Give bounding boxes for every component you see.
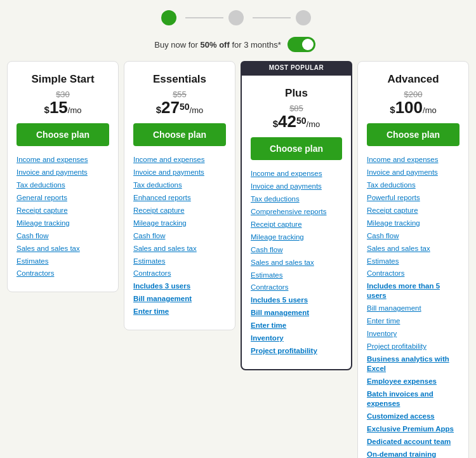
feature-item[interactable]: Invoice and payments (17, 168, 109, 177)
feature-item[interactable]: Powerful reports (367, 193, 459, 203)
features-list-advanced: Income and expensesInvoice and paymentsT… (367, 155, 459, 458)
feature-item[interactable]: Mileage tracking (17, 219, 109, 228)
feature-item[interactable]: Cash flow (17, 231, 109, 241)
feature-item[interactable]: Estimates (251, 271, 342, 280)
feature-item[interactable]: Exclusive Premium Apps (367, 424, 459, 434)
plan-name-advanced: Advanced (367, 73, 459, 86)
feature-item[interactable]: Receipt capture (17, 206, 109, 215)
step-2 (228, 10, 248, 25)
feature-item[interactable]: Includes more than 5 users (367, 281, 459, 300)
plan-pricing-essentials: $55$2750/mo (133, 90, 226, 116)
choose-plan-button-plus[interactable]: Choose plan (251, 137, 342, 160)
choose-plan-button-advanced[interactable]: Choose plan (367, 123, 459, 146)
feature-item[interactable]: Contractors (17, 269, 109, 278)
feature-item[interactable]: Tax deductions (367, 180, 459, 190)
feature-item[interactable]: Sales and sales tax (17, 244, 109, 253)
feature-item[interactable]: Mileage tracking (133, 219, 226, 228)
feature-item[interactable]: Inventory (367, 329, 459, 339)
feature-item[interactable]: Income and expenses (251, 169, 342, 178)
feature-item[interactable]: Estimates (17, 257, 109, 266)
feature-item[interactable]: Project profitability (251, 346, 342, 356)
feature-item[interactable]: Tax deductions (251, 194, 342, 204)
step-3-circle (296, 10, 311, 25)
feature-item[interactable]: Invoice and payments (367, 168, 459, 177)
feature-item[interactable]: Sales and sales tax (251, 258, 342, 267)
feature-item[interactable]: Enter time (367, 316, 459, 326)
feature-item[interactable]: Income and expenses (133, 155, 226, 165)
plan-pricing-plus: $85$4250/mo (251, 104, 342, 130)
dollar-sign-advanced: $ (390, 104, 395, 115)
step-1 (161, 10, 180, 25)
feature-item[interactable]: Mileage tracking (251, 232, 342, 242)
feature-item[interactable]: Employee expenses (367, 377, 459, 386)
feature-item[interactable]: Enter time (133, 307, 226, 316)
feature-item[interactable]: General reports (17, 193, 109, 203)
feature-item[interactable]: Estimates (133, 257, 226, 266)
feature-item[interactable]: Batch invoices and expenses (367, 389, 459, 408)
price-number-simple-start: 15 (50, 99, 68, 116)
current-price-simple-start: $15/mo (17, 99, 109, 116)
plan-name-plus: Plus (251, 87, 342, 100)
feature-item[interactable]: Dedicated account team (367, 437, 459, 447)
price-number-essentials: 27 (161, 99, 180, 116)
feature-item[interactable]: Enter time (251, 321, 342, 330)
dollar-sign-simple-start: $ (44, 104, 50, 115)
feature-item[interactable]: Enhanced reports (133, 193, 226, 203)
feature-item[interactable]: Mileage tracking (367, 219, 459, 228)
feature-item[interactable]: Sales and sales tax (133, 244, 226, 253)
feature-item[interactable]: Receipt capture (251, 220, 342, 229)
feature-item[interactable]: Invoice and payments (251, 182, 342, 191)
feature-item[interactable]: Bill management (251, 308, 342, 318)
popular-wrapper: MOST POPULARPlus$85$4250/moChoose planIn… (238, 61, 355, 370)
popular-badge: MOST POPULAR (241, 61, 352, 74)
step-connector-2 (253, 17, 291, 18)
choose-plan-button-simple-start[interactable]: Choose plan (17, 123, 109, 146)
free-trial-toggle[interactable] (288, 37, 315, 52)
feature-item[interactable]: Cash flow (367, 231, 459, 241)
plans-container: Simple Start$30$15/moChoose planIncome a… (0, 61, 476, 458)
feature-item[interactable]: Tax deductions (17, 180, 109, 190)
feature-item[interactable]: Invoice and payments (133, 168, 226, 177)
feature-item[interactable]: Receipt capture (133, 206, 226, 215)
current-price-advanced: $100/mo (367, 99, 459, 116)
feature-item[interactable]: Includes 5 users (251, 295, 342, 305)
features-list-simple-start: Income and expensesInvoice and paymentsT… (17, 155, 109, 278)
feature-item[interactable]: Estimates (367, 257, 459, 266)
choose-plan-button-essentials[interactable]: Choose plan (133, 123, 226, 146)
price-decimal-essentials: 50 (180, 102, 190, 112)
feature-item[interactable]: Bill management (367, 304, 459, 313)
plan-card-simple-start: Simple Start$30$15/moChoose planIncome a… (7, 61, 119, 292)
discount-text: Buy now for 50% off for 3 months* (154, 40, 281, 50)
plan-name-essentials: Essentials (133, 73, 226, 86)
feature-item[interactable]: On-demand training (367, 450, 459, 459)
original-price-plus: $85 (251, 104, 342, 113)
feature-item[interactable]: Project profitability (367, 342, 459, 351)
feature-item[interactable]: Contractors (367, 269, 459, 278)
price-number-plus: 42 (278, 113, 296, 130)
price-period-advanced: /mo (423, 105, 437, 115)
feature-item[interactable]: Income and expenses (367, 155, 459, 165)
feature-item[interactable]: Tax deductions (133, 180, 226, 190)
feature-item[interactable]: Contractors (251, 283, 342, 292)
feature-item[interactable]: Contractors (133, 269, 226, 278)
feature-item[interactable]: Comprehensive reports (251, 207, 342, 217)
feature-item[interactable]: Cash flow (133, 231, 226, 241)
feature-item[interactable]: Receipt capture (367, 206, 459, 215)
feature-item[interactable]: Business analytics with Excel (367, 354, 459, 374)
step-2-circle (228, 10, 244, 25)
step-connector-1 (185, 17, 223, 18)
features-list-essentials: Income and expensesInvoice and paymentsT… (133, 155, 226, 316)
dollar-sign-plus: $ (273, 118, 278, 129)
price-period-essentials: /mo (190, 105, 204, 115)
feature-item[interactable]: Income and expenses (17, 155, 109, 165)
original-price-essentials: $55 (133, 90, 226, 99)
plan-card-plus: Plus$85$4250/moChoose planIncome and exp… (241, 74, 352, 370)
feature-item[interactable]: Bill management (133, 294, 226, 304)
toggle-knob (302, 39, 314, 50)
feature-item[interactable]: Inventory (251, 333, 342, 343)
feature-item[interactable]: Cash flow (251, 245, 342, 255)
price-period-plus: /mo (307, 119, 321, 129)
feature-item[interactable]: Includes 3 users (133, 281, 226, 291)
feature-item[interactable]: Sales and sales tax (367, 244, 459, 253)
feature-item[interactable]: Customized access (367, 412, 459, 421)
